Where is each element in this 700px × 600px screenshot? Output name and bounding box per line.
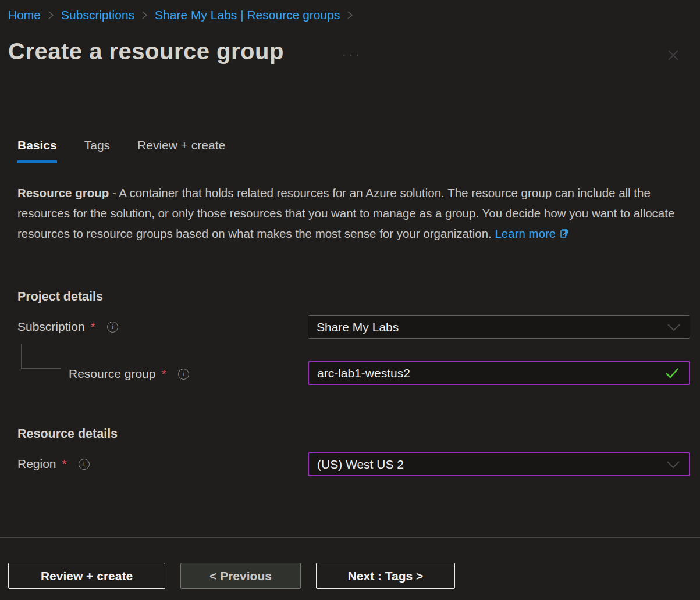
breadcrumb: Home Subscriptions Share My Labs | Resou…	[8, 8, 354, 22]
tab-basics[interactable]: Basics	[17, 138, 57, 163]
required-asterisk: *	[161, 367, 166, 381]
review-create-button[interactable]: Review + create	[8, 563, 165, 589]
previous-button[interactable]: < Previous	[180, 563, 301, 589]
chevron-down-icon	[666, 460, 681, 469]
chevron-right-icon	[347, 10, 353, 20]
resource-group-label-text: Resource group	[69, 367, 155, 381]
subscription-label-text: Subscription	[17, 320, 85, 334]
resource-group-description: Resource group - A container that holds …	[17, 183, 690, 245]
description-lead: Resource group	[17, 186, 109, 199]
wizard-tabs: Basics Tags Review + create	[17, 138, 225, 163]
info-icon[interactable]: i	[79, 459, 90, 470]
create-resource-group-page: Home Subscriptions Share My Labs | Resou…	[0, 0, 700, 600]
chevron-right-icon	[48, 10, 54, 20]
required-asterisk: *	[62, 457, 67, 471]
subscription-dropdown[interactable]: Share My Labs	[308, 315, 690, 339]
resource-group-input[interactable]	[317, 366, 658, 380]
learn-more-link[interactable]: Learn more	[495, 227, 556, 240]
tab-tags[interactable]: Tags	[84, 138, 110, 163]
close-icon[interactable]	[664, 47, 683, 65]
context-menu-ellipsis-button[interactable]: ···	[342, 48, 363, 61]
chevron-right-icon	[141, 10, 148, 20]
chevron-down-icon	[666, 323, 681, 332]
info-icon[interactable]: i	[178, 369, 189, 380]
subscription-label: Subscription * i	[17, 320, 118, 334]
subscription-value: Share My Labs	[317, 320, 660, 334]
hierarchy-connector-line	[21, 344, 61, 369]
resource-group-input-wrapper	[308, 361, 690, 385]
breadcrumb-share-my-labs-resource-groups[interactable]: Share My Labs | Resource groups	[155, 8, 340, 22]
description-body: - A container that holds related resourc…	[17, 186, 674, 240]
info-icon[interactable]: i	[107, 322, 118, 333]
region-value: (US) West US 2	[317, 458, 660, 472]
region-label-text: Region	[17, 457, 56, 471]
region-label: Region * i	[17, 457, 90, 471]
resource-group-label: Resource group * i	[69, 367, 189, 381]
required-asterisk: *	[91, 320, 95, 334]
footer-divider	[0, 537, 700, 538]
project-details-heading: Project details	[17, 290, 103, 304]
breadcrumb-home[interactable]: Home	[8, 8, 41, 22]
region-dropdown[interactable]: (US) West US 2	[308, 452, 690, 476]
tab-review-create[interactable]: Review + create	[137, 138, 225, 163]
page-title: Create a resource group	[8, 38, 284, 65]
breadcrumb-subscriptions[interactable]: Subscriptions	[61, 8, 134, 22]
valid-check-icon	[663, 366, 681, 380]
external-link-icon	[559, 224, 570, 245]
next-tags-button[interactable]: Next : Tags >	[316, 563, 455, 589]
resource-details-heading: Resource details	[17, 427, 118, 441]
